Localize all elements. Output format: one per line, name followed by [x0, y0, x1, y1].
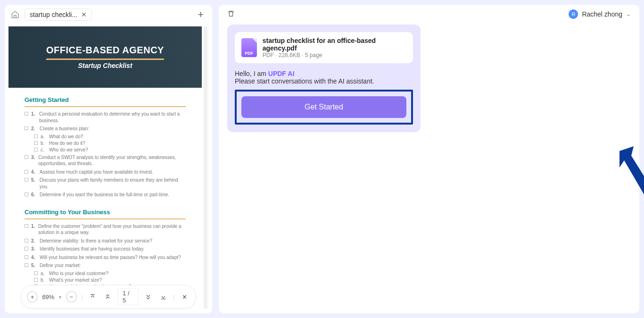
subitem-letter: a. [41, 271, 46, 276]
ai-prompt: Please start conversations with the AI a… [235, 77, 374, 85]
close-icon[interactable]: ✕ [81, 11, 87, 18]
current-page: 1 [123, 290, 126, 297]
item-number: 1. [31, 223, 35, 230]
checkbox-icon [25, 155, 28, 159]
home-icon[interactable] [10, 10, 20, 19]
file-info: startup checklist for an office-based ag… [263, 37, 406, 59]
item-text: Determine if you want the business to be… [40, 192, 169, 198]
first-page-button[interactable] [88, 291, 98, 302]
item-text: Assess how much capital you have availab… [40, 169, 153, 176]
item-text: Conduct a personal evaluation to determi… [39, 111, 186, 124]
doc-title: OFFICE-BASED AGENCY [46, 45, 164, 56]
subitem-text: Who is your ideal customer? [49, 271, 108, 276]
checklist-subitem: a.What do we do? [34, 134, 186, 139]
checkbox-icon [25, 170, 28, 174]
zoom-dropdown-icon[interactable]: ▾ [59, 294, 61, 300]
item-text: Determine viability: Is there a market f… [40, 238, 152, 244]
section-heading: Getting Started [25, 96, 186, 103]
ai-greeting: Hello, I am UPDF AI Please start convers… [235, 70, 413, 85]
item-text: Identify businesses that are having succ… [40, 246, 144, 252]
item-number: 5. [31, 177, 37, 184]
zoom-in-button[interactable]: + [27, 291, 37, 302]
checklist-item: 5.Define your market: [25, 262, 186, 269]
chevron-down-icon: ⌄ [626, 11, 631, 17]
subitem-letter: c. [41, 147, 46, 152]
item-text: Define the customer "problem" and how yo… [38, 223, 186, 236]
checklist-subitem: a.Who is your ideal customer? [34, 271, 186, 276]
doc-header: OFFICE-BASED AGENCY Startup Checklist [8, 26, 202, 88]
checklist-item: 3.Conduct a SWOT analysis to identify yo… [25, 154, 186, 167]
checklist-item: 1.Conduct a personal evaluation to deter… [25, 111, 186, 124]
document-viewer[interactable]: OFFICE-BASED AGENCY Startup Checklist Ge… [7, 26, 207, 309]
checklist-item: 5.Discuss your plans with family members… [25, 177, 186, 190]
bottom-toolbar: + 69% ▾ − | 1 / 5 | ✕ [21, 285, 196, 309]
item-number: 4. [31, 254, 37, 261]
document-tab[interactable]: startup checkli... ✕ [25, 8, 92, 21]
item-text: Define your market: [40, 262, 81, 269]
item-number: 5. [31, 262, 37, 269]
item-number: 4. [31, 169, 37, 176]
item-text: Create a business plan: [40, 126, 89, 132]
pdf-icon: PDF [241, 38, 257, 57]
brand-name: UPDF AI [268, 70, 294, 77]
subitem-text: What's your market size? [49, 277, 102, 283]
zoom-level: 69% [42, 293, 54, 301]
zoom-out-button[interactable]: − [66, 291, 76, 302]
item-number: 2. [31, 238, 37, 244]
item-number: 1. [31, 111, 36, 117]
total-pages: 5 [123, 297, 126, 304]
checklist-item: 4.Will your business be relevant as time… [25, 254, 186, 261]
subitem-text: How do we do it? [49, 141, 85, 146]
subitem-text: What do we do? [49, 134, 83, 139]
checkbox-icon [25, 239, 28, 243]
file-card[interactable]: PDF startup checklist for an office-base… [235, 32, 413, 63]
user-name: Rachel zhong [582, 10, 622, 18]
doc-body: Getting Started1.Conduct a personal eval… [8, 88, 202, 309]
file-name: startup checklist for an office-based ag… [263, 37, 406, 52]
subitem-letter: b. [41, 141, 46, 146]
tab-label: startup checkli... [30, 11, 77, 18]
subitem-letter: b. [41, 277, 46, 283]
document-page: OFFICE-BASED AGENCY Startup Checklist Ge… [8, 26, 202, 309]
separator: | [81, 293, 83, 301]
checkbox-icon [25, 178, 28, 182]
item-number: 6. [31, 192, 37, 198]
checklist-subitem: c.Who do we serve? [34, 147, 186, 152]
item-text: Discuss your plans with family members t… [40, 177, 186, 190]
avatar: R [569, 9, 578, 19]
item-number: 3. [31, 154, 35, 161]
close-toolbar-button[interactable]: ✕ [180, 291, 190, 302]
checklist-item: 1.Define the customer "problem" and how … [25, 223, 186, 236]
user-menu[interactable]: R Rachel zhong ⌄ [569, 9, 631, 19]
checkbox-icon [25, 224, 28, 228]
checklist-item: 6.Determine if you want the business to … [25, 192, 186, 198]
checkbox-icon [34, 148, 38, 151]
page-indicator[interactable]: 1 / 5 [117, 288, 139, 305]
checkbox-icon [25, 255, 28, 259]
cta-highlight: Get Started [235, 90, 413, 125]
section-underline [25, 218, 186, 219]
trash-icon[interactable] [227, 10, 236, 18]
ai-panel: PDF startup checklist for an office-base… [227, 25, 421, 132]
item-number: 3. [31, 246, 37, 252]
new-tab-button[interactable]: + [195, 8, 206, 21]
subitem-letter: a. [41, 134, 46, 139]
separator: | [173, 293, 174, 301]
next-page-button[interactable] [143, 291, 154, 302]
left-pane: startup checkli... ✕ + OFFICE-BASED AGEN… [5, 5, 212, 313]
item-text: Will your business be relevant as time p… [40, 254, 181, 261]
section-heading: Committing to Your Business [25, 209, 186, 216]
tabbar: startup checkli... ✕ + [5, 5, 212, 25]
right-pane: R Rachel zhong ⌄ PDF startup checklist f… [219, 5, 639, 313]
right-header: R Rachel zhong ⌄ [219, 5, 639, 24]
checkbox-icon [25, 192, 28, 196]
doc-subtitle: Startup Checklist [78, 62, 132, 69]
checklist-subitem: b.How do we do it? [34, 141, 186, 146]
get-started-button[interactable]: Get Started [241, 96, 406, 118]
prev-page-button[interactable] [102, 291, 113, 302]
annotation-arrow [610, 142, 644, 226]
checkbox-icon [25, 112, 28, 116]
title-underline [46, 59, 164, 60]
item-text: Conduct a SWOT analysis to identify your… [38, 154, 186, 167]
last-page-button[interactable] [158, 291, 169, 302]
